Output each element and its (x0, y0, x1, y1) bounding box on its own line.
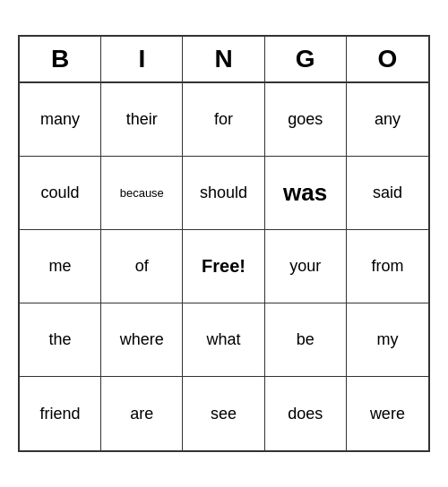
bingo-cell-21: are (101, 377, 183, 450)
header-letter-b: B (20, 37, 101, 81)
header-letter-n: N (183, 37, 264, 81)
bingo-card: BINGO manytheirforgoesanycouldbecausesho… (18, 35, 430, 452)
bingo-cell-10: me (20, 230, 101, 303)
bingo-cell-7: should (183, 157, 264, 230)
bingo-cell-16: where (101, 303, 183, 377)
bingo-cell-5: could (20, 157, 101, 230)
bingo-cell-3: goes (265, 83, 347, 157)
bingo-grid: manytheirforgoesanycouldbecauseshouldwas… (20, 83, 428, 450)
bingo-cell-17: what (183, 303, 264, 377)
bingo-cell-23: does (265, 377, 347, 450)
bingo-cell-18: be (265, 303, 347, 377)
bingo-cell-19: my (347, 303, 428, 377)
bingo-cell-0: many (20, 83, 101, 157)
bingo-cell-6: because (101, 157, 183, 230)
bingo-cell-15: the (20, 303, 101, 377)
bingo-cell-1: their (101, 83, 183, 157)
bingo-cell-4: any (347, 83, 428, 157)
header-letter-i: I (101, 37, 183, 81)
bingo-cell-12: Free! (183, 230, 264, 303)
bingo-cell-13: your (265, 230, 347, 303)
bingo-cell-11: of (101, 230, 183, 303)
bingo-cell-2: for (183, 83, 264, 157)
header-letter-o: O (347, 37, 428, 81)
bingo-cell-9: said (347, 157, 428, 230)
header-letter-g: G (265, 37, 347, 81)
bingo-header: BINGO (20, 37, 428, 83)
bingo-cell-8: was (265, 157, 347, 230)
bingo-cell-14: from (347, 230, 428, 303)
bingo-cell-24: were (347, 377, 428, 450)
bingo-cell-22: see (183, 377, 264, 450)
bingo-cell-20: friend (20, 377, 101, 450)
